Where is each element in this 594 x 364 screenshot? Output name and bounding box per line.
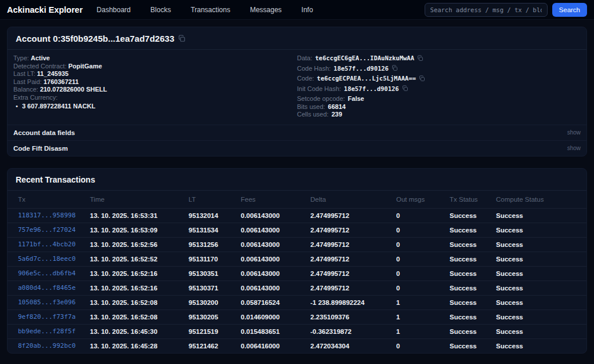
account-title: Account 0:35f0b9245b...1ea7ad7d2633 <box>16 34 174 43</box>
tx-lt: 95131170 <box>189 252 241 266</box>
tx-lt: 95121462 <box>189 338 241 353</box>
table-row: 9ef820...f73f7a 13. 10. 2025. 16:52:08 9… <box>8 310 586 324</box>
account-card-header: Account 0:35f0b9245b...1ea7ad7d2633 <box>8 27 586 50</box>
nav-item-blocks[interactable]: Blocks <box>150 6 171 14</box>
tx-status: Success <box>450 310 496 324</box>
detail-data: Data: te6ccgEC6gEA...IDAuNzkuMwAA <box>297 54 581 61</box>
transactions-table: Tx Time LT Fees Delta Out msgs Tx Status… <box>8 191 586 353</box>
nav-menu: Dashboard Blocks Transactions Messages I… <box>97 6 313 14</box>
tx-delta: 2.472034304 <box>310 338 396 353</box>
tx-status: Success <box>450 266 496 281</box>
tx-time: 13. 10. 2025. 16:45:28 <box>90 338 189 353</box>
code-fift-disasm-row: Code Fift Disasm show <box>8 140 586 156</box>
compute-status: Success <box>496 266 586 281</box>
detail-last-paid: Last Paid: 1760367211 <box>13 78 297 86</box>
detail-setcode-opcode: Setcode opcode: False <box>297 95 581 103</box>
tx-fees: 0.006143000 <box>241 223 310 237</box>
compute-status: Success <box>496 295 586 310</box>
brand-title: Ackinacki Explorer <box>7 5 83 14</box>
nav-item-transactions[interactable]: Transactions <box>191 6 230 14</box>
tx-out-msgs: 0 <box>396 252 450 266</box>
detail-last-lt: Last LT: 11_245935 <box>13 70 297 78</box>
tx-hash-link[interactable]: 757e96...f27024 <box>18 226 75 234</box>
tx-hash-link[interactable]: 118317...958998 <box>18 212 75 219</box>
account-data-fields-show-link[interactable]: show <box>567 129 581 136</box>
tx-fees: 0.006143000 <box>241 252 310 266</box>
col-header-lt: LT <box>189 191 241 209</box>
tx-delta: 2.474995712 <box>310 266 396 281</box>
account-card: Account 0:35f0b9245b...1ea7ad7d2633 Type… <box>7 27 587 156</box>
code-fift-disasm-show-link[interactable]: show <box>567 145 581 151</box>
extra-currency-item: • 3 607.897228411 NACKL <box>13 102 297 111</box>
copy-icon[interactable] <box>417 55 423 61</box>
nav-item-dashboard[interactable]: Dashboard <box>97 6 131 14</box>
tx-lt: 95130200 <box>189 295 241 310</box>
transactions-card-header: Recent Transactions <box>8 169 586 191</box>
compute-status: Success <box>496 223 586 237</box>
account-details: Type: Active Detected Contract: PopitGam… <box>8 50 586 125</box>
tx-out-msgs: 0 <box>396 208 450 223</box>
col-header-compute-status: Compute Status <box>496 191 586 209</box>
tx-delta: 2.474995712 <box>310 223 396 237</box>
tx-time: 13. 10. 2025. 16:52:16 <box>90 281 189 295</box>
tx-delta: 2.474995712 <box>310 281 396 295</box>
compute-status: Success <box>496 208 586 223</box>
tx-hash-link[interactable]: 906e5c...db6fb4 <box>18 270 75 277</box>
tx-delta: 2.474995712 <box>310 237 396 252</box>
tx-lt: 95130205 <box>189 310 241 324</box>
copy-icon[interactable] <box>402 85 408 92</box>
search-input[interactable] <box>425 3 548 17</box>
table-row: 757e96...f27024 13. 10. 2025. 16:53:09 9… <box>8 223 586 237</box>
detail-extra-currency: Extra Currency: <box>13 94 297 102</box>
table-row: 8f20ab...992bc0 13. 10. 2025. 16:45:28 9… <box>8 338 586 353</box>
detail-code-hash: Code Hash: 18e57f...d90126 <box>297 65 581 72</box>
detail-init-code-hash: Init Code Hash: 18e57f...d90126 <box>297 85 581 92</box>
compute-status: Success <box>496 252 586 266</box>
tx-fees: 0.006143000 <box>241 266 310 281</box>
tx-hash-link[interactable]: a080d4...f8465e <box>18 284 75 292</box>
detail-detected-contract: Detected Contract: PopitGame <box>13 63 297 71</box>
table-row: 5a6d7c...18eec0 13. 10. 2025. 16:52:52 9… <box>8 252 586 266</box>
nav-item-messages[interactable]: Messages <box>250 6 282 14</box>
compute-status: Success <box>496 310 586 324</box>
tx-time: 13. 10. 2025. 16:52:08 <box>90 310 189 324</box>
tx-lt: 95132014 <box>189 208 241 223</box>
table-row: 1171bf...4bcb20 13. 10. 2025. 16:52:56 9… <box>8 237 586 252</box>
table-header-row: Tx Time LT Fees Delta Out msgs Tx Status… <box>8 191 586 209</box>
detail-type: Type: Active <box>13 54 297 63</box>
tx-hash-link[interactable]: 1171bf...4bcb20 <box>18 241 75 248</box>
copy-icon[interactable] <box>419 75 425 82</box>
tx-fees: 0.015483651 <box>241 324 310 338</box>
transactions-title: Recent Transactions <box>16 175 95 184</box>
tx-out-msgs: 1 <box>396 324 450 338</box>
tx-status: Success <box>450 338 496 353</box>
tx-lt: 95121519 <box>189 324 241 338</box>
tx-hash-link[interactable]: 5a6d7c...18eec0 <box>18 255 75 263</box>
tx-status: Success <box>450 223 496 237</box>
tx-time: 13. 10. 2025. 16:45:30 <box>90 324 189 338</box>
table-row: 118317...958998 13. 10. 2025. 16:53:31 9… <box>8 208 586 223</box>
nav-item-info[interactable]: Info <box>302 6 313 14</box>
tx-hash-link[interactable]: 8f20ab...992bc0 <box>18 342 75 350</box>
tx-hash-link[interactable]: 105085...f3e096 <box>18 299 75 306</box>
table-row: a080d4...f8465e 13. 10. 2025. 16:52:16 9… <box>8 281 586 295</box>
copy-icon[interactable] <box>392 65 398 71</box>
tx-lt: 95131256 <box>189 237 241 252</box>
tx-delta: 2.235109376 <box>310 310 396 324</box>
tx-hash-link[interactable]: bb9ede...f28f5f <box>18 327 75 335</box>
detail-code: Code: te6ccgECPAEA...Ljc5LjMAAA== <box>297 75 581 82</box>
account-details-right: Data: te6ccgEC6gEA...IDAuNzkuMwAA Code H… <box>297 54 581 119</box>
tx-fees: 0.058716524 <box>241 295 310 310</box>
tx-status: Success <box>450 208 496 223</box>
tx-out-msgs: 1 <box>396 295 450 310</box>
tx-delta: -0.362319872 <box>310 324 396 338</box>
copy-icon[interactable] <box>178 35 186 42</box>
detail-bits-used: Bits used: 66814 <box>297 103 581 111</box>
table-row: bb9ede...f28f5f 13. 10. 2025. 16:45:30 9… <box>8 324 586 338</box>
col-header-out-msgs: Out msgs <box>396 191 450 209</box>
account-data-fields-label: Account data fields <box>13 129 75 136</box>
col-header-delta: Delta <box>310 191 396 209</box>
tx-hash-link[interactable]: 9ef820...f73f7a <box>18 313 75 321</box>
search-button[interactable]: Search <box>552 3 587 17</box>
col-header-fees: Fees <box>241 191 310 209</box>
